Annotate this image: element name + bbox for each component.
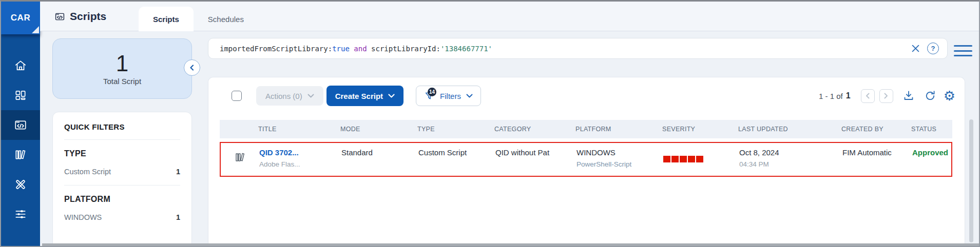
quick-filter-item-custom-script[interactable]: Custom Script 1 bbox=[64, 168, 180, 176]
column-header-mode[interactable]: MODE bbox=[340, 126, 417, 133]
column-header-type[interactable]: TYPE bbox=[417, 126, 494, 133]
cell-platform: WINDOWS PowerShell-Script bbox=[577, 143, 663, 176]
create-script-button[interactable]: Create Script bbox=[326, 86, 403, 106]
platform-subvalue: PowerShell-Script bbox=[577, 160, 663, 168]
table-row[interactable]: QID 3702... Adobe Flas... Standard Custo… bbox=[221, 143, 951, 176]
query-input[interactable]: importedFromScriptLibrary:true and scrip… bbox=[220, 45, 908, 53]
quick-filter-label: Custom Script bbox=[64, 168, 111, 176]
chevron-down-icon bbox=[466, 94, 473, 98]
severity-bar bbox=[663, 148, 739, 162]
download-button[interactable] bbox=[902, 90, 915, 102]
table-toolbar: Actions (0) Create Script 14 Filters 1 -… bbox=[208, 77, 965, 107]
column-header-status[interactable]: STATUS bbox=[911, 126, 952, 133]
select-all-checkbox[interactable] bbox=[232, 91, 242, 101]
quick-filters-panel: QUICK FILTERS TYPE Custom Script 1 PLATF… bbox=[52, 112, 192, 247]
app-logo-text: CAR bbox=[11, 13, 30, 23]
quick-filter-item-windows[interactable]: WINDOWS 1 bbox=[64, 213, 180, 221]
platform-value: WINDOWS bbox=[577, 148, 663, 157]
column-header-title[interactable]: TITLE bbox=[258, 126, 340, 133]
table-header-row: TITLE MODE TYPE CATEGORY PLATFORM SEVERI… bbox=[220, 120, 952, 138]
tab-scripts[interactable]: Scripts bbox=[139, 7, 194, 31]
severity-block bbox=[696, 156, 703, 162]
cell-mode: Standard bbox=[341, 143, 418, 176]
type-value: Custom Script bbox=[418, 148, 495, 157]
tab-bar: Scripts Schedules bbox=[139, 7, 258, 31]
vertical-scrollbar[interactable] bbox=[969, 119, 973, 242]
app-window: CAR bbox=[0, 0, 980, 247]
tab-schedules[interactable]: Schedules bbox=[194, 7, 258, 31]
column-header-created-by[interactable]: CREATED BY bbox=[841, 126, 911, 133]
filters-label: Filters bbox=[440, 92, 461, 100]
total-script-count: 1 bbox=[116, 52, 128, 75]
chevron-left-icon bbox=[189, 65, 195, 71]
column-header-severity[interactable]: SEVERITY bbox=[662, 126, 738, 133]
chevron-right-icon bbox=[883, 93, 889, 99]
settings-button[interactable]: ⚙ bbox=[944, 89, 955, 102]
horizontal-scrollbar[interactable] bbox=[42, 243, 979, 247]
refresh-icon bbox=[924, 90, 936, 102]
next-page-button[interactable] bbox=[879, 89, 893, 103]
app-logo[interactable]: CAR bbox=[1, 2, 40, 34]
query-search-bar[interactable]: importedFromScriptLibrary:true and scrip… bbox=[208, 38, 948, 59]
category-value: QID without Pat bbox=[495, 148, 577, 157]
filters-button[interactable]: 14 Filters bbox=[416, 86, 481, 106]
actions-button-label: Actions (0) bbox=[265, 92, 302, 100]
cell-last-updated: Oct 8, 2024 04:34 PM bbox=[739, 143, 842, 176]
quick-filter-section-title: PLATFORM bbox=[64, 195, 180, 204]
cell-severity bbox=[663, 143, 739, 176]
collapse-panel-button[interactable] bbox=[184, 59, 200, 76]
sidebar-item-settings[interactable] bbox=[1, 199, 40, 229]
logo-fold-triangle bbox=[32, 26, 39, 33]
sidebar-item-home[interactable] bbox=[1, 51, 40, 80]
column-header-platform[interactable]: PLATFORM bbox=[575, 126, 662, 133]
clear-search-icon[interactable] bbox=[908, 41, 923, 56]
chevron-down-icon bbox=[388, 94, 395, 98]
code-window-icon bbox=[14, 118, 27, 132]
column-header-category[interactable]: CATEGORY bbox=[494, 126, 575, 133]
quick-filter-count: 1 bbox=[176, 168, 180, 176]
severity-block bbox=[680, 156, 687, 162]
query-value: true bbox=[332, 45, 350, 53]
home-icon bbox=[14, 59, 27, 72]
sidebar-item-tools[interactable] bbox=[1, 170, 40, 199]
hamburger-menu-icon[interactable] bbox=[954, 45, 972, 56]
column-header-last-updated[interactable]: LAST UPDATED bbox=[738, 126, 841, 133]
scripts-table: TITLE MODE TYPE CATEGORY PLATFORM SEVERI… bbox=[220, 120, 952, 177]
quick-filter-section-platform: PLATFORM WINDOWS 1 bbox=[64, 186, 180, 231]
sidebar-item-scripts[interactable] bbox=[1, 110, 40, 140]
header: Scripts Scripts Schedules bbox=[40, 2, 979, 31]
query-field: importedFromScriptLibrary: bbox=[220, 45, 332, 53]
cell-created-by: FIM Automatic bbox=[842, 143, 912, 176]
gear-icon: ⚙ bbox=[944, 88, 955, 104]
filters-badge: 14 bbox=[428, 88, 436, 96]
sidebar-item-dashboard[interactable] bbox=[1, 80, 40, 110]
refresh-button[interactable] bbox=[924, 90, 936, 102]
pagination-range: 1 - 1 of bbox=[819, 92, 843, 100]
create-script-label: Create Script bbox=[335, 92, 383, 100]
created-by-value: FIM Automatic bbox=[842, 148, 912, 157]
help-glyph: ? bbox=[931, 45, 935, 52]
help-icon[interactable]: ? bbox=[927, 43, 939, 54]
severity-block bbox=[688, 156, 695, 162]
actions-button[interactable]: Actions (0) bbox=[256, 86, 323, 106]
total-script-card: 1 Total Script bbox=[52, 38, 192, 99]
dashboard-icon bbox=[14, 89, 27, 102]
previous-page-button[interactable] bbox=[861, 89, 875, 103]
page-title-block: Scripts bbox=[54, 2, 106, 31]
cell-status: Approved bbox=[912, 143, 951, 176]
pagination: 1 - 1 of 1 bbox=[819, 89, 955, 103]
severity-block bbox=[671, 156, 679, 162]
status-badge: Approved bbox=[912, 148, 951, 157]
quick-filters-title: QUICK FILTERS bbox=[64, 122, 180, 140]
quick-filter-section-type: TYPE Custom Script 1 bbox=[64, 140, 180, 186]
pagination-total: 1 bbox=[846, 91, 851, 100]
quick-filter-count: 1 bbox=[176, 213, 180, 221]
cell-category: QID without Pat bbox=[495, 143, 577, 176]
query-operator: and bbox=[350, 45, 371, 53]
sidebar-item-library[interactable] bbox=[1, 140, 40, 170]
chevron-left-icon bbox=[865, 93, 870, 99]
script-title-link[interactable]: QID 3702... bbox=[259, 148, 341, 157]
cell-title: QID 3702... Adobe Flas... bbox=[259, 143, 341, 176]
library-icon bbox=[14, 148, 27, 161]
page-title: Scripts bbox=[70, 10, 106, 23]
